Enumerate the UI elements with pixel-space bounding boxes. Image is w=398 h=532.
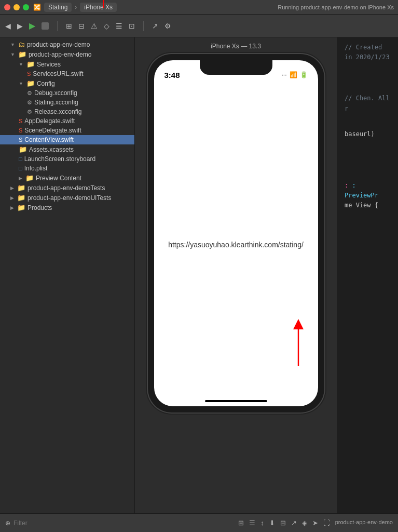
fullscreen-icon[interactable]: ⛶ xyxy=(323,519,330,527)
battery-icon: 🔋 xyxy=(300,71,308,78)
preview-folder-icon: 📁 xyxy=(25,174,34,182)
traffic-lights xyxy=(4,4,29,10)
sidebar-item-scenedelegate[interactable]: S SceneDelegate.swift xyxy=(0,126,134,135)
filter-area: ⊕ xyxy=(5,520,91,527)
xcconfig-icon: ⚙ xyxy=(27,109,32,115)
toolbar: ◀ ▶ ▶ ⊞ ⊟ ⚠ ◇ ☰ ⊡ ↗ ⚙ xyxy=(0,15,398,37)
sidebar-item-launchscreen[interactable]: □ LaunchScreen.storyboard xyxy=(0,154,134,164)
sidebar-item-contentview[interactable]: S ContentView.swift xyxy=(0,135,134,144)
stop-button[interactable] xyxy=(42,22,49,30)
sidebar-item-release[interactable]: ⚙ Release.xcconfig xyxy=(0,107,134,116)
breakpoint-icon[interactable]: ⚠ xyxy=(91,22,98,30)
code-editor: // Created in 2020/1/23 // Chen. All r b… xyxy=(337,37,398,513)
navigator-icon[interactable]: ⊞ xyxy=(66,22,72,30)
view-icon[interactable]: ⊡ xyxy=(129,22,135,30)
settings-icon[interactable]: ⚙ xyxy=(164,22,171,30)
grid-icon[interactable]: ⊞ xyxy=(238,519,244,527)
code-line-6: : : PreviewPr xyxy=(345,181,391,201)
chevron-down-icon: ▼ xyxy=(19,62,23,67)
main-layout: ▼ 🗂 product-app-env-demo ▼ 📁 product-app… xyxy=(0,37,398,513)
plist-icon: □ xyxy=(19,165,22,171)
sidebar-item-uitests[interactable]: ▶ 📁 product-app-env-demoUITests xyxy=(0,193,134,203)
assets-icon: 📁 xyxy=(19,145,27,153)
tab-stating[interactable]: Stating xyxy=(44,3,72,12)
share-icon[interactable]: ↗ xyxy=(152,22,158,30)
simulator-title: iPhone Xs — 13.3 xyxy=(211,43,261,50)
back-button[interactable]: ◀ xyxy=(5,22,11,30)
home-indicator xyxy=(205,400,267,402)
storyboard-icon: □ xyxy=(19,156,22,162)
code-line-4: baseurl) xyxy=(345,129,391,139)
products-folder-icon: 📁 xyxy=(17,204,25,211)
sidebar-item-tests[interactable]: ▶ 📁 product-app-env-demoTests xyxy=(0,183,134,193)
nav-icon[interactable]: ◈ xyxy=(302,519,307,527)
chevron-down-icon: ▼ xyxy=(10,42,15,47)
signal-icon: ··· xyxy=(281,71,286,78)
chevron-right-icon: ▶ xyxy=(10,195,14,201)
title-bar: 🔀 Stating › iPhone Xs Running product-ap… xyxy=(0,0,398,15)
status-time: 3:48 xyxy=(164,71,180,79)
project-icon: 🗂 xyxy=(18,41,25,48)
title-bar-tabs: 🔀 Stating › iPhone Xs xyxy=(33,3,278,12)
sidebar-item-project[interactable]: ▼ 📁 product-app-env-demo xyxy=(0,49,134,59)
sidebar: ▼ 🗂 product-app-env-demo ▼ 📁 product-app… xyxy=(0,37,135,513)
iphone-notch xyxy=(200,60,272,75)
minimize-button[interactable] xyxy=(13,4,20,10)
sidebar-item-config[interactable]: ▼ 📁 Config xyxy=(0,78,134,88)
code-line-7: me View { xyxy=(345,201,391,210)
toolbar-divider xyxy=(57,21,58,31)
content-area: iPhone Xs — 13.3 3:48 ··· 📶 🔋 xyxy=(135,37,398,513)
share-bottom-icon[interactable]: ↗ xyxy=(291,519,297,527)
app-badge: product-app-env-demo xyxy=(335,519,393,527)
chevron-right-icon: ▶ xyxy=(19,176,22,181)
chevron-down-icon: ▼ xyxy=(19,81,23,86)
running-status: Running product-app-env-demo on iPhone X… xyxy=(278,4,394,10)
close-button[interactable] xyxy=(4,4,10,10)
run-button[interactable]: ▶ xyxy=(29,21,35,31)
sidebar-item-appdelegate[interactable]: S AppDelegate.swift xyxy=(0,116,134,126)
red-arrow-url xyxy=(283,319,314,371)
config-folder-icon: 📁 xyxy=(26,79,35,87)
location-icon[interactable]: ◇ xyxy=(104,22,109,30)
code-line-1: // Created in 2020/1/23 xyxy=(345,43,391,62)
panel-icon[interactable]: ⊟ xyxy=(280,519,286,527)
tests-folder-icon: 📁 xyxy=(17,184,25,192)
swift-file-icon: S xyxy=(27,71,31,77)
sidebar-item-root-project[interactable]: ▼ 🗂 product-app-env-demo xyxy=(0,39,134,49)
chevron-down-icon: ▼ xyxy=(10,52,15,57)
xcconfig-icon: ⚙ xyxy=(27,99,32,106)
red-arrow-title xyxy=(95,0,111,9)
sidebar-item-services[interactable]: ▼ 📁 Services xyxy=(0,59,134,69)
chevron-right-icon: ▶ xyxy=(10,185,14,191)
send-icon[interactable]: ➤ xyxy=(312,519,318,527)
download-icon[interactable]: ⬇ xyxy=(269,519,275,527)
forward-button[interactable]: ▶ xyxy=(17,22,23,30)
maximize-button[interactable] xyxy=(23,4,29,10)
uitests-folder-icon: 📁 xyxy=(17,194,25,202)
sidebar-item-servicesurl[interactable]: S ServicesURL.swift xyxy=(0,69,134,78)
filter-input[interactable] xyxy=(13,520,91,527)
code-line-2: // Chen. All r xyxy=(345,94,391,113)
chevron-right-icon: ▶ xyxy=(10,205,14,210)
filter-icon: ⊕ xyxy=(5,520,10,527)
list-icon[interactable]: ☰ xyxy=(249,519,255,527)
folder-icon: 📁 xyxy=(18,50,26,58)
swift-file-icon: S xyxy=(19,118,22,124)
memory-icon[interactable]: ☰ xyxy=(116,22,122,30)
sidebar-item-debug[interactable]: ⚙ Debug.xcconfig xyxy=(0,88,134,98)
wifi-icon: 📶 xyxy=(290,71,297,78)
services-folder-icon: 📁 xyxy=(26,60,35,68)
sidebar-item-infoplist[interactable]: □ Info.plist xyxy=(0,164,134,173)
toolbar-divider-2 xyxy=(143,21,144,31)
sidebar-item-products[interactable]: ▶ 📁 Products xyxy=(0,203,134,212)
simulator-panel: iPhone Xs — 13.3 3:48 ··· 📶 🔋 xyxy=(135,37,337,513)
sort-icon[interactable]: ↕ xyxy=(260,519,264,527)
debug-icon[interactable]: ⊟ xyxy=(78,22,85,30)
sidebar-item-previewcontent[interactable]: ▶ 📁 Preview Content xyxy=(0,173,134,183)
status-icons: ··· 📶 🔋 xyxy=(281,71,307,78)
url-display: https://yasuoyuhao.klearthink.com/statin… xyxy=(158,230,314,259)
sidebar-item-assets[interactable]: 📁 Assets.xcassets xyxy=(0,144,134,154)
bottom-toolbar-icons: ⊞ ☰ ↕ ⬇ ⊟ ↗ ◈ ➤ ⛶ product-app-env-demo xyxy=(238,519,393,527)
sidebar-item-stating[interactable]: ⚙ Stating.xcconfig xyxy=(0,98,134,107)
bottom-bar: ⊕ ⊞ ☰ ↕ ⬇ ⊟ ↗ ◈ ➤ ⛶ product-app-env-demo xyxy=(0,513,398,532)
